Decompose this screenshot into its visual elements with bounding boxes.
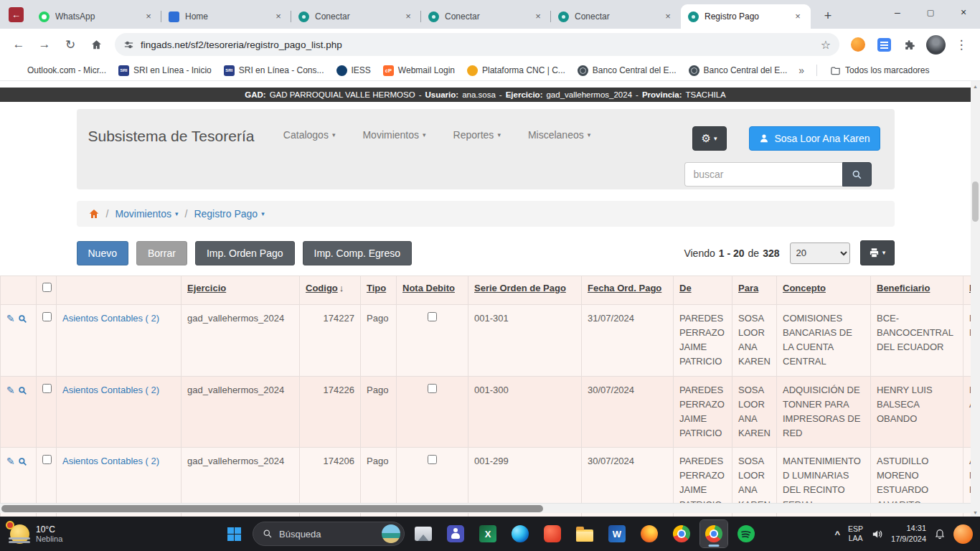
breadcrumb-registro-pago[interactable]: Registro Pago ▾ <box>194 208 264 220</box>
volume-icon[interactable] <box>871 528 883 540</box>
header-nota-debito[interactable]: Nota Debito <box>397 276 468 305</box>
asientos-contables-link[interactable]: Asientos Contables ( 2) <box>62 385 159 395</box>
tab-close-icon[interactable]: × <box>792 11 804 22</box>
horizontal-scrollbar[interactable] <box>0 503 971 513</box>
row-checkbox[interactable] <box>42 455 52 464</box>
bookmark-banco-central-1[interactable]: Banco Central del E... <box>573 63 682 78</box>
bookmark-iess[interactable]: IESS <box>331 63 376 78</box>
search-input[interactable] <box>684 162 842 187</box>
tab-close-icon[interactable]: × <box>662 11 674 22</box>
tab-close-icon[interactable]: × <box>143 11 154 22</box>
menu-miscelaneos[interactable]: Miscelaneos ▾ <box>528 129 590 141</box>
header-codigo[interactable]: Codigo↓ <box>300 276 361 305</box>
menu-movimientos[interactable]: Movimientos ▾ <box>362 129 425 141</box>
tab-conectar-3[interactable]: Conectar × <box>551 4 681 29</box>
view-magnifier-icon[interactable] <box>18 457 27 466</box>
imp-comp-egreso-button[interactable]: Imp. Comp. Egreso <box>303 241 413 265</box>
all-bookmarks-button[interactable]: Todos los marcadores <box>825 63 934 78</box>
header-truncated[interactable]: N <box>963 276 971 305</box>
window-minimize-button[interactable]: – <box>881 0 914 24</box>
print-dropdown-button[interactable]: ▾ <box>860 240 895 265</box>
home-icon[interactable] <box>88 208 100 220</box>
window-close-button[interactable]: × <box>947 0 980 24</box>
header-serie[interactable]: Serie Orden de Pago <box>468 276 582 305</box>
bookmark-outlook[interactable]: Outlook.com - Micr... <box>7 63 111 78</box>
header-fecha[interactable]: Fecha Ord. Pago <box>582 276 674 305</box>
url-text[interactable]: fingads.net/sf2/tesoreria/registro_pago_… <box>141 39 814 50</box>
vertical-scrollbar[interactable]: ▲ ▼ <box>971 81 980 517</box>
bookmark-star-icon[interactable]: ☆ <box>821 38 831 52</box>
header-beneficiario[interactable]: Beneficiario <box>871 276 963 305</box>
tab-conectar-1[interactable]: Conectar × <box>291 4 421 29</box>
bookmark-sri-consultas[interactable]: SRI SRI en Línea - Cons... <box>219 63 329 78</box>
weather-widget[interactable]: 10°C Neblina <box>10 524 62 544</box>
tab-close-icon[interactable]: × <box>402 11 414 22</box>
bookmark-sri-inicio[interactable]: SRI SRI en Línea - Inicio <box>113 63 217 78</box>
bookmark-banco-central-2[interactable]: Banco Central del E... <box>684 63 793 78</box>
tab-home[interactable]: Home × <box>161 4 291 29</box>
photos-app-icon[interactable] <box>410 520 437 547</box>
spotify-app-icon[interactable] <box>732 520 760 547</box>
edit-pencil-icon[interactable]: ✎ <box>6 313 15 324</box>
breadcrumb-movimientos[interactable]: Movimientos ▾ <box>115 208 178 220</box>
asientos-contables-link[interactable]: Asientos Contables ( 2) <box>62 313 159 324</box>
header-tipo[interactable]: Tipo <box>361 276 397 305</box>
start-button[interactable] <box>220 520 248 547</box>
nota-debito-checkbox[interactable] <box>428 455 437 464</box>
notifications-bell-icon[interactable] <box>934 528 946 540</box>
edge-app-icon[interactable] <box>507 520 534 547</box>
taskbar-search[interactable]: Búsqueda <box>253 522 405 546</box>
tab-registro-pago-active[interactable]: Registro Pago × <box>681 4 811 29</box>
bookmark-webmail[interactable]: cP Webmail Login <box>378 63 460 78</box>
firefox-app-icon[interactable] <box>636 520 663 547</box>
scroll-up-icon[interactable]: ▲ <box>971 81 980 91</box>
nota-debito-checkbox[interactable] <box>428 312 437 321</box>
new-tab-button[interactable]: + <box>818 6 838 27</box>
edit-pencil-icon[interactable]: ✎ <box>6 385 15 396</box>
header-para[interactable]: Para <box>732 276 777 305</box>
site-info-icon[interactable] <box>123 39 134 50</box>
imp-orden-pago-button[interactable]: Imp. Orden Pago <box>195 241 295 265</box>
chrome-app-icon[interactable] <box>668 520 695 547</box>
asientos-contables-link[interactable]: Asientos Contables ( 2) <box>62 456 159 466</box>
tab-conectar-2[interactable]: Conectar × <box>421 4 551 29</box>
tab-close-icon[interactable]: × <box>273 11 284 22</box>
row-checkbox[interactable] <box>42 384 52 393</box>
nuevo-button[interactable]: Nuevo <box>77 241 128 265</box>
teams-app-icon[interactable] <box>442 520 469 547</box>
translate-icon[interactable] <box>872 33 895 56</box>
nota-debito-checkbox[interactable] <box>428 384 437 393</box>
settings-gear-button[interactable]: ⚙ ▾ <box>692 126 727 151</box>
view-magnifier-icon[interactable] <box>18 314 27 324</box>
browser-home-icon[interactable] <box>85 33 108 56</box>
bookmarks-overflow-chevron-icon[interactable]: » <box>794 65 809 76</box>
scroll-down-icon[interactable]: ▼ <box>971 507 980 517</box>
tab-whatsapp[interactable]: WhatsApp × <box>32 4 161 29</box>
reload-icon[interactable]: ↻ <box>59 33 82 56</box>
menu-reportes[interactable]: Reportes ▾ <box>453 129 501 141</box>
profile-avatar[interactable] <box>924 33 947 56</box>
user-account-button[interactable]: Sosa Loor Ana Karen <box>749 126 880 151</box>
tray-chevron-up-icon[interactable]: ^ <box>834 529 840 540</box>
forward-icon[interactable]: → <box>33 33 56 56</box>
extension-palette-icon[interactable] <box>847 33 870 56</box>
header-de[interactable]: De <box>674 276 732 305</box>
view-magnifier-icon[interactable] <box>18 386 27 395</box>
menu-catalogos[interactable]: Catalogos ▾ <box>283 129 336 141</box>
vertical-scrollbar-thumb[interactable] <box>972 182 979 222</box>
language-indicator[interactable]: ESP LAA <box>848 524 863 542</box>
search-button[interactable] <box>842 162 872 187</box>
row-checkbox[interactable] <box>42 312 52 321</box>
header-concepto[interactable]: Concepto <box>777 276 871 305</box>
edit-pencil-icon[interactable]: ✎ <box>6 456 15 467</box>
chrome-active-app-icon[interactable] <box>700 520 727 547</box>
url-bar[interactable]: fingads.net/sf2/tesoreria/registro_pago_… <box>115 33 839 56</box>
browser-menu-kebab-icon[interactable]: ⋮ <box>950 33 973 56</box>
orange-circle-app-icon[interactable] <box>953 524 973 544</box>
window-maximize-button[interactable]: ▢ <box>914 0 947 24</box>
excel-app-icon[interactable]: X <box>474 520 501 547</box>
page-size-select[interactable]: 20 <box>790 242 850 264</box>
tab-close-icon[interactable]: × <box>532 11 544 22</box>
header-ejercicio[interactable]: Ejercicio <box>182 276 300 305</box>
select-all-checkbox[interactable] <box>42 283 52 292</box>
